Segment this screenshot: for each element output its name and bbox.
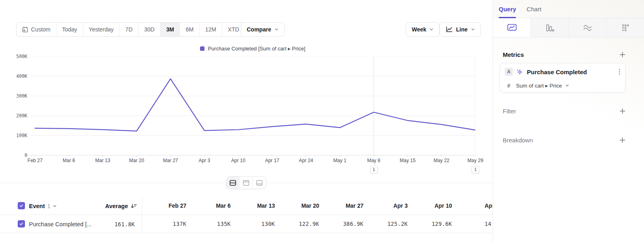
chart-type-button[interactable]: Line [440, 22, 481, 37]
event-column-header[interactable]: Event 1 [29, 197, 57, 215]
add-breakdown-button[interactable] [619, 137, 625, 143]
line-chart [30, 56, 475, 157]
y-tick-label: 100K [16, 133, 27, 138]
event-count: 1 [47, 203, 51, 209]
range-label: Today [62, 26, 77, 33]
date-range-selector: CustomTodayYesterday7D30D3M6M12MXTD [16, 22, 252, 37]
date-column-header[interactable]: Feb 27 [142, 197, 186, 215]
cell-value: 129.6K [408, 215, 452, 233]
add-filter-button[interactable] [619, 108, 625, 114]
event-sparkle-icon [516, 69, 523, 75]
compare-label: Compare [247, 26, 271, 33]
x-tick-label: May 1 [333, 158, 347, 163]
cell-value: 135K [186, 215, 231, 233]
table-row[interactable]: Purchase Completed [... 161.8K 137K135K1… [0, 215, 493, 233]
sort-descending-icon [131, 203, 137, 209]
chart-legend: Purchase Completed [Sum of cart ▸ Price] [30, 46, 475, 52]
average-label: Average [105, 203, 128, 209]
query-panel: QueryChart Metrics [493, 0, 644, 242]
tab-query[interactable]: Query [499, 0, 516, 18]
select-all-checkbox[interactable] [18, 202, 25, 209]
range-label: XTD [228, 26, 239, 33]
annotation-badge[interactable]: 1 [370, 166, 378, 173]
x-tick-label: May 22 [433, 158, 449, 163]
range-12m[interactable]: 12M [200, 23, 222, 36]
x-tick-label: May 15 [400, 158, 415, 163]
range-6m[interactable]: 6M [180, 23, 199, 36]
annotation-badge[interactable]: 1 [472, 166, 479, 173]
chevron-down-icon [275, 27, 279, 31]
date-column-header[interactable]: Mar 6 [186, 197, 231, 215]
x-tick-label: Apr 17 [265, 158, 279, 163]
chevron-down-icon [471, 27, 475, 31]
cell-value: 137K [142, 215, 186, 233]
annotation-markers: 11 [30, 166, 475, 174]
panel-top-toggle[interactable] [239, 177, 253, 189]
x-tick-label: Mar 6 [63, 158, 75, 163]
range-7d[interactable]: 7D [120, 23, 138, 36]
compare-button[interactable]: Compare [241, 22, 285, 37]
range-custom[interactable]: Custom [17, 23, 56, 36]
x-tick-label: Mar 13 [95, 158, 110, 163]
calendar-icon [22, 27, 28, 33]
chevron-down-icon [565, 83, 569, 88]
metric-aggregation-selector[interactable]: # Sum of cart ▸ Price [500, 80, 625, 91]
split-view-toggle[interactable] [226, 177, 239, 189]
range-30d[interactable]: 30D [138, 23, 161, 36]
range-label: 3M [166, 26, 174, 33]
tab-chart[interactable]: Chart [526, 0, 541, 18]
range-today[interactable]: Today [56, 23, 83, 36]
filter-section-header: Filter [503, 106, 625, 115]
range-label: 7D [125, 26, 132, 33]
x-tick-label: May 29 [467, 158, 483, 163]
date-column-header[interactable]: Mar 13 [231, 197, 275, 215]
panel-tabs: QueryChart [493, 0, 644, 18]
kebab-menu-icon[interactable] [619, 69, 620, 75]
row-series-name: Purchase Completed [... [29, 215, 92, 233]
range-label: 30D [144, 26, 155, 33]
chevron-down-icon [53, 204, 57, 208]
range-yesterday[interactable]: Yesterday [83, 23, 120, 36]
date-column-header[interactable]: Apr 3 [363, 197, 408, 215]
metric-card[interactable]: A Purchase Completed # Sum of cart ▸ Pri… [500, 63, 625, 93]
x-tick-label: Mar 20 [129, 158, 144, 163]
panel-bottom-toggle[interactable] [253, 177, 266, 189]
x-tick-label: Apr 10 [231, 158, 245, 163]
layout-toggle-group [226, 176, 266, 189]
insights-report-button[interactable] [493, 18, 530, 37]
y-tick-label: 200K [16, 113, 27, 119]
y-tick-label: 0 [25, 152, 27, 158]
series-color-swatch [200, 46, 204, 51]
funnels-report-button[interactable] [530, 18, 568, 37]
date-column-values: 137K135K130K122.9K386.9K125.2K129.6K14 [142, 215, 493, 233]
range-3m[interactable]: 3M [161, 23, 180, 36]
granularity-label: Week [412, 26, 426, 33]
average-column-header[interactable]: Average [92, 197, 137, 215]
granularity-button[interactable]: Week [406, 22, 440, 37]
date-column-header[interactable]: Mar 27 [319, 197, 363, 215]
x-tick-label: May 8 [367, 158, 380, 163]
numeric-aggregation-icon: # [505, 83, 513, 89]
x-tick-label: Apr 24 [299, 158, 313, 163]
date-column-header[interactable]: Mar 20 [275, 197, 319, 215]
event-label: Event [29, 203, 45, 209]
breakdown-title: Breakdown [503, 137, 533, 144]
report-type-switcher [493, 18, 644, 38]
range-label: Yesterday [89, 26, 114, 33]
flows-report-button[interactable] [568, 18, 606, 37]
clipped-cell-value: 14 [485, 215, 493, 233]
row-average-value: 161.8K [92, 215, 135, 233]
y-tick-label: 400K [16, 73, 27, 79]
clipped-date-column-header[interactable]: Apr [485, 197, 493, 215]
range-label: 6M [186, 26, 193, 33]
add-metric-button[interactable] [619, 52, 625, 58]
cell-value: 125.2K [363, 215, 408, 233]
retention-report-button[interactable] [606, 18, 644, 37]
filter-title: Filter [503, 108, 516, 115]
aggregation-label: Sum of cart ▸ Price [516, 82, 562, 89]
chart-plot-area[interactable] [30, 56, 475, 157]
metric-event-name: Purchase Completed [527, 69, 615, 75]
date-column-header[interactable]: Apr 10 [408, 197, 452, 215]
panel-top-icon [243, 180, 250, 186]
row-checkbox[interactable] [18, 220, 25, 227]
